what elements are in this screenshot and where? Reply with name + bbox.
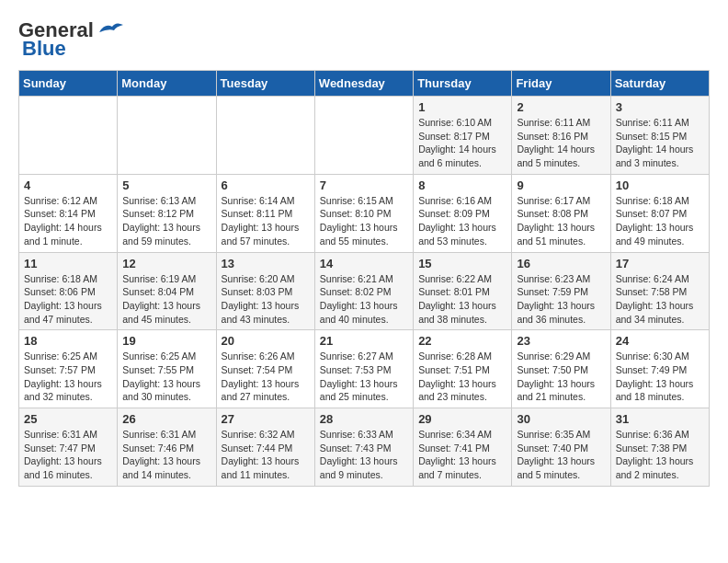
- day-number: 14: [320, 257, 408, 270]
- day-number: 18: [24, 334, 112, 348]
- day-number: 10: [616, 178, 704, 192]
- calendar-cell: 24Sunrise: 6:30 AM Sunset: 7:49 PM Dayli…: [610, 330, 709, 408]
- calendar-week-row: 11Sunrise: 6:18 AM Sunset: 8:06 PM Dayli…: [19, 252, 710, 330]
- day-info: Sunrise: 6:25 AM Sunset: 7:55 PM Dayligh…: [122, 350, 210, 404]
- day-info: Sunrise: 6:36 AM Sunset: 7:38 PM Dayligh…: [616, 428, 704, 482]
- calendar-cell: 15Sunrise: 6:22 AM Sunset: 8:01 PM Dayli…: [414, 252, 512, 330]
- day-number: 1: [418, 100, 506, 114]
- day-info: Sunrise: 6:23 AM Sunset: 7:59 PM Dayligh…: [517, 272, 605, 327]
- calendar-cell: [118, 97, 216, 175]
- calendar-cell: 19Sunrise: 6:25 AM Sunset: 7:55 PM Dayli…: [118, 330, 216, 408]
- day-number: 3: [616, 100, 704, 114]
- column-header-sunday: Sunday: [19, 71, 118, 97]
- day-info: Sunrise: 6:32 AM Sunset: 7:44 PM Dayligh…: [222, 428, 310, 482]
- column-header-wednesday: Wednesday: [314, 71, 413, 97]
- day-number: 6: [222, 178, 310, 192]
- day-number: 28: [320, 412, 408, 426]
- calendar-cell: 3Sunrise: 6:11 AM Sunset: 8:15 PM Daylig…: [610, 97, 709, 175]
- day-info: Sunrise: 6:31 AM Sunset: 7:47 PM Dayligh…: [24, 428, 112, 482]
- logo-blue: Blue: [22, 37, 66, 61]
- day-number: 5: [122, 178, 210, 192]
- calendar-cell: 17Sunrise: 6:24 AM Sunset: 7:58 PM Dayli…: [610, 252, 709, 330]
- calendar-cell: [314, 97, 413, 175]
- calendar-cell: 14Sunrise: 6:21 AM Sunset: 8:02 PM Dayli…: [314, 252, 413, 330]
- calendar-cell: 5Sunrise: 6:13 AM Sunset: 8:12 PM Daylig…: [118, 174, 216, 252]
- logo: General Blue: [18, 18, 125, 61]
- calendar-cell: 16Sunrise: 6:23 AM Sunset: 7:59 PM Dayli…: [512, 252, 610, 330]
- calendar-cell: 23Sunrise: 6:29 AM Sunset: 7:50 PM Dayli…: [512, 330, 610, 408]
- day-info: Sunrise: 6:26 AM Sunset: 7:54 PM Dayligh…: [222, 350, 310, 404]
- day-number: 29: [418, 412, 506, 426]
- day-info: Sunrise: 6:16 AM Sunset: 8:09 PM Dayligh…: [418, 194, 506, 248]
- day-number: 9: [517, 178, 605, 192]
- day-number: 23: [517, 334, 605, 348]
- calendar-cell: 4Sunrise: 6:12 AM Sunset: 8:14 PM Daylig…: [19, 174, 118, 252]
- calendar-cell: 18Sunrise: 6:25 AM Sunset: 7:57 PM Dayli…: [19, 330, 118, 408]
- calendar-table: SundayMondayTuesdayWednesdayThursdayFrid…: [18, 70, 710, 487]
- day-info: Sunrise: 6:15 AM Sunset: 8:10 PM Dayligh…: [320, 194, 408, 248]
- calendar-week-row: 1Sunrise: 6:10 AM Sunset: 8:17 PM Daylig…: [19, 97, 710, 175]
- day-number: 30: [517, 412, 605, 426]
- day-number: 2: [517, 100, 605, 114]
- day-number: 4: [24, 178, 112, 192]
- day-number: 8: [418, 178, 506, 192]
- day-info: Sunrise: 6:19 AM Sunset: 8:04 PM Dayligh…: [122, 272, 210, 327]
- calendar-header-row: SundayMondayTuesdayWednesdayThursdayFrid…: [19, 71, 710, 97]
- day-info: Sunrise: 6:33 AM Sunset: 7:43 PM Dayligh…: [320, 428, 408, 482]
- day-info: Sunrise: 6:18 AM Sunset: 8:06 PM Dayligh…: [24, 272, 112, 327]
- day-info: Sunrise: 6:17 AM Sunset: 8:08 PM Dayligh…: [517, 194, 605, 248]
- day-info: Sunrise: 6:35 AM Sunset: 7:40 PM Dayligh…: [517, 428, 605, 482]
- calendar-cell: 25Sunrise: 6:31 AM Sunset: 7:47 PM Dayli…: [19, 408, 118, 487]
- logo-bird-icon: [96, 19, 125, 38]
- day-number: 17: [616, 257, 704, 270]
- day-number: 19: [122, 334, 210, 348]
- calendar-cell: 31Sunrise: 6:36 AM Sunset: 7:38 PM Dayli…: [610, 408, 709, 487]
- calendar-week-row: 18Sunrise: 6:25 AM Sunset: 7:57 PM Dayli…: [19, 330, 710, 408]
- calendar-cell: 12Sunrise: 6:19 AM Sunset: 8:04 PM Dayli…: [118, 252, 216, 330]
- column-header-saturday: Saturday: [610, 71, 709, 97]
- calendar-week-row: 4Sunrise: 6:12 AM Sunset: 8:14 PM Daylig…: [19, 174, 710, 252]
- calendar-cell: 13Sunrise: 6:20 AM Sunset: 8:03 PM Dayli…: [216, 252, 314, 330]
- calendar-cell: 27Sunrise: 6:32 AM Sunset: 7:44 PM Dayli…: [216, 408, 314, 487]
- day-info: Sunrise: 6:30 AM Sunset: 7:49 PM Dayligh…: [616, 350, 704, 404]
- day-number: 31: [616, 412, 704, 426]
- calendar-cell: 7Sunrise: 6:15 AM Sunset: 8:10 PM Daylig…: [314, 174, 413, 252]
- column-header-monday: Monday: [118, 71, 216, 97]
- day-info: Sunrise: 6:18 AM Sunset: 8:07 PM Dayligh…: [616, 194, 704, 248]
- day-number: 15: [418, 257, 506, 270]
- calendar-cell: [19, 97, 118, 175]
- day-number: 26: [122, 412, 210, 426]
- column-header-tuesday: Tuesday: [216, 71, 314, 97]
- day-info: Sunrise: 6:11 AM Sunset: 8:16 PM Dayligh…: [517, 116, 605, 170]
- day-number: 12: [122, 257, 210, 270]
- day-number: 16: [517, 257, 605, 270]
- day-info: Sunrise: 6:24 AM Sunset: 7:58 PM Dayligh…: [616, 272, 704, 327]
- calendar-cell: 2Sunrise: 6:11 AM Sunset: 8:16 PM Daylig…: [512, 97, 610, 175]
- day-number: 27: [222, 412, 310, 426]
- day-info: Sunrise: 6:31 AM Sunset: 7:46 PM Dayligh…: [122, 428, 210, 482]
- calendar-cell: 26Sunrise: 6:31 AM Sunset: 7:46 PM Dayli…: [118, 408, 216, 487]
- day-number: 20: [222, 334, 310, 348]
- calendar-cell: 21Sunrise: 6:27 AM Sunset: 7:53 PM Dayli…: [314, 330, 413, 408]
- column-header-thursday: Thursday: [414, 71, 512, 97]
- day-number: 21: [320, 334, 408, 348]
- day-info: Sunrise: 6:28 AM Sunset: 7:51 PM Dayligh…: [418, 350, 506, 404]
- day-info: Sunrise: 6:34 AM Sunset: 7:41 PM Dayligh…: [418, 428, 506, 482]
- day-number: 22: [418, 334, 506, 348]
- calendar-cell: 6Sunrise: 6:14 AM Sunset: 8:11 PM Daylig…: [216, 174, 314, 252]
- calendar-cell: [216, 97, 314, 175]
- day-info: Sunrise: 6:22 AM Sunset: 8:01 PM Dayligh…: [418, 272, 506, 327]
- day-info: Sunrise: 6:11 AM Sunset: 8:15 PM Dayligh…: [616, 116, 704, 170]
- column-header-friday: Friday: [512, 71, 610, 97]
- calendar-week-row: 25Sunrise: 6:31 AM Sunset: 7:47 PM Dayli…: [19, 408, 710, 487]
- day-info: Sunrise: 6:27 AM Sunset: 7:53 PM Dayligh…: [320, 350, 408, 404]
- day-info: Sunrise: 6:10 AM Sunset: 8:17 PM Dayligh…: [418, 116, 506, 170]
- day-info: Sunrise: 6:14 AM Sunset: 8:11 PM Dayligh…: [222, 194, 310, 248]
- calendar-cell: 28Sunrise: 6:33 AM Sunset: 7:43 PM Dayli…: [314, 408, 413, 487]
- day-number: 7: [320, 178, 408, 192]
- calendar-cell: 22Sunrise: 6:28 AM Sunset: 7:51 PM Dayli…: [414, 330, 512, 408]
- day-number: 11: [24, 257, 112, 270]
- day-info: Sunrise: 6:25 AM Sunset: 7:57 PM Dayligh…: [24, 350, 112, 404]
- calendar-cell: 1Sunrise: 6:10 AM Sunset: 8:17 PM Daylig…: [414, 97, 512, 175]
- day-info: Sunrise: 6:29 AM Sunset: 7:50 PM Dayligh…: [517, 350, 605, 404]
